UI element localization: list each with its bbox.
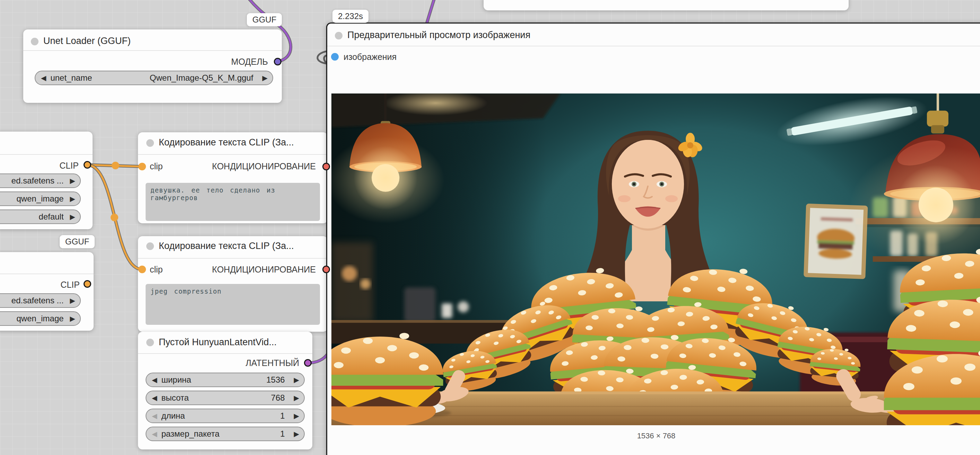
- conditioning-output-port[interactable]: [322, 266, 330, 273]
- node-collapse-dot[interactable]: [146, 339, 154, 346]
- prompt-textarea[interactable]: jpeg compression: [146, 284, 320, 325]
- model-output-port[interactable]: [274, 58, 282, 65]
- node-empty-hunyuan-latent[interactable]: Пустой HunyuanLatentVid... ЛАТЕНТНЫЙ ◀ ш…: [138, 332, 312, 449]
- output-label-latent: ЛАТЕНТНЫЙ: [245, 358, 299, 368]
- widget-value: default: [39, 212, 64, 222]
- widget-value: 1: [280, 411, 285, 421]
- increment-arrow-icon[interactable]: ▶: [294, 409, 299, 423]
- increment-arrow-icon[interactable]: ▶: [294, 391, 299, 405]
- input-label-clip: clip: [150, 162, 163, 171]
- widget-value: qwen_image: [17, 194, 64, 204]
- node-unet-loader-gguf[interactable]: Unet Loader (GGUF) МОДЕЛЬ ◀ unet_name Qw…: [23, 29, 282, 103]
- increment-arrow-icon[interactable]: ▶: [70, 311, 75, 326]
- node-clip-loader-top[interactable]: CLIP ed.safetens ... ▶ qwen_image ▶ defa…: [0, 132, 92, 229]
- output-label-conditioning: КОНДИЦИОНИРОВАНИЕ: [212, 265, 316, 274]
- node-collapse-dot[interactable]: [31, 38, 38, 45]
- images-input-port[interactable]: [331, 53, 339, 60]
- increment-arrow-icon[interactable]: ▶: [70, 293, 75, 308]
- widget-label: ширина: [161, 375, 191, 385]
- clip-input-port[interactable]: [138, 266, 146, 273]
- decrement-arrow-icon[interactable]: ◀: [152, 373, 157, 387]
- node-clip-text-encode-negative[interactable]: Кодирование текста CLIP (За... clip КОНД…: [138, 236, 328, 332]
- widget-value: ed.safetens ...: [11, 176, 64, 185]
- clip-output-port[interactable]: [84, 280, 91, 288]
- decrement-arrow-icon[interactable]: ◀: [152, 391, 157, 405]
- input-label-images: изображения: [344, 52, 396, 62]
- widget-unet-name[interactable]: ◀ unet_name Qwen_Image-Q5_K_M.gguf ▶: [35, 71, 273, 85]
- output-label-conditioning: КОНДИЦИОНИРОВАНИЕ: [212, 162, 316, 171]
- increment-arrow-icon[interactable]: ▶: [294, 426, 299, 441]
- widget-label: высота: [161, 393, 189, 403]
- widget-length[interactable]: ◀ длина 1 ▶: [146, 409, 305, 423]
- widget-clip-name[interactable]: ed.safetens ... ▶: [0, 173, 81, 188]
- widget-value: 1: [280, 429, 285, 439]
- widget-label: размер_пакета: [161, 429, 220, 439]
- clip-input-port[interactable]: [138, 163, 146, 170]
- node-clip-text-encode-positive[interactable]: Кодирование текста CLIP (За... clip КОНД…: [138, 132, 328, 224]
- prompt-textarea[interactable]: девушка. ее тело сделано из гамбургеров: [146, 183, 320, 221]
- increment-arrow-icon[interactable]: ▶: [70, 192, 75, 206]
- widget-value: 1536: [266, 375, 285, 385]
- decrement-arrow-icon[interactable]: ◀: [152, 409, 157, 423]
- node-title: Кодирование текста CLIP (За...: [159, 137, 294, 148]
- latent-output-port[interactable]: [304, 359, 312, 367]
- input-label-clip: clip: [150, 265, 163, 274]
- node-title: Кодирование текста CLIP (За...: [159, 241, 294, 251]
- node-offscreen-top[interactable]: [484, 0, 849, 10]
- output-label-clip: CLIP: [60, 280, 80, 290]
- widget-value: qwen_image: [17, 314, 64, 323]
- gguf-badge: GGUF: [247, 13, 282, 26]
- link-midpoint-dot[interactable]: [111, 214, 118, 221]
- widget-batch-size[interactable]: ◀ размер_пакета 1 ▶: [146, 426, 305, 441]
- runtime-badge: 2.232s: [332, 10, 369, 23]
- comfyui-canvas[interactable]: { "badges": { "gguf_top": "GGUF", "gguf_…: [0, 0, 980, 455]
- node-title: Предварительный просмотр изображения: [347, 30, 530, 41]
- node-collapse-dot[interactable]: [335, 32, 342, 40]
- widget-value: ed.safetens ...: [11, 296, 64, 305]
- gguf-badge: GGUF: [60, 235, 95, 248]
- increment-arrow-icon[interactable]: ▶: [70, 173, 75, 188]
- widget-device[interactable]: default ▶: [0, 209, 81, 224]
- decrement-arrow-icon[interactable]: ◀: [152, 426, 157, 441]
- node-collapse-dot[interactable]: [146, 243, 154, 250]
- widget-value: Qwen_Image-Q5_K_M.gguf: [150, 73, 253, 83]
- widget-height[interactable]: ◀ высота 768 ▶: [146, 391, 305, 405]
- increment-arrow-icon[interactable]: ▶: [70, 209, 75, 224]
- node-collapse-dot[interactable]: [146, 139, 154, 147]
- clip-output-port[interactable]: [84, 161, 91, 169]
- image-resolution-caption: 1536 × 768: [331, 431, 980, 441]
- output-label-model: МОДЕЛЬ: [231, 57, 268, 67]
- link-clip-to-negative[interactable]: [88, 165, 142, 270]
- preview-image: [331, 94, 980, 425]
- link-clip-to-positive[interactable]: [88, 162, 142, 169]
- widget-value: 768: [271, 393, 285, 403]
- node-title: Unet Loader (GGUF): [43, 36, 131, 46]
- decrement-arrow-icon[interactable]: ◀: [41, 71, 46, 85]
- widget-label: длина: [161, 411, 185, 421]
- node-preview-image[interactable]: Предварительный просмотр изображения изо…: [326, 22, 980, 455]
- conditioning-output-port[interactable]: [322, 163, 330, 170]
- node-clip-loader-bottom[interactable]: CLIP ed.safetens ... ▶ qwen_image ▶: [0, 252, 94, 331]
- increment-arrow-icon[interactable]: ▶: [294, 373, 299, 387]
- output-label-clip: CLIP: [59, 161, 79, 171]
- widget-label: unet_name: [50, 73, 92, 83]
- widget-type[interactable]: qwen_image ▶: [0, 192, 81, 206]
- increment-arrow-icon[interactable]: ▶: [262, 71, 267, 85]
- link-midpoint-dot[interactable]: [111, 162, 119, 169]
- node-title: Пустой HunyuanLatentVid...: [159, 337, 277, 348]
- widget-type[interactable]: qwen_image ▶: [0, 311, 81, 326]
- widget-clip-name[interactable]: ed.safetens ... ▶: [0, 293, 81, 308]
- widget-width[interactable]: ◀ ширина 1536 ▶: [146, 373, 305, 387]
